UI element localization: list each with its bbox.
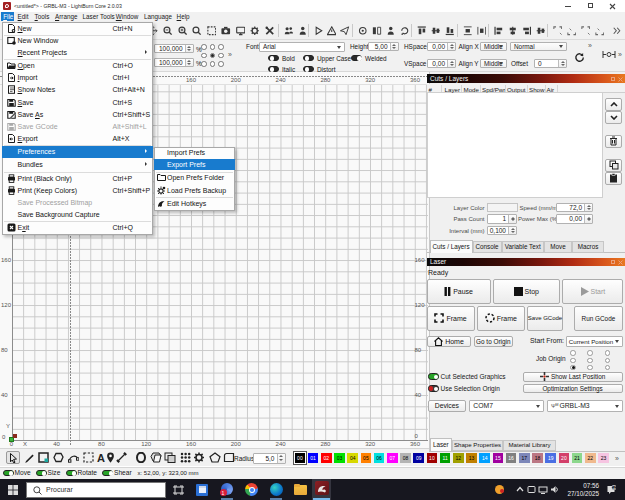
svg-text:A: A [97, 452, 105, 463]
